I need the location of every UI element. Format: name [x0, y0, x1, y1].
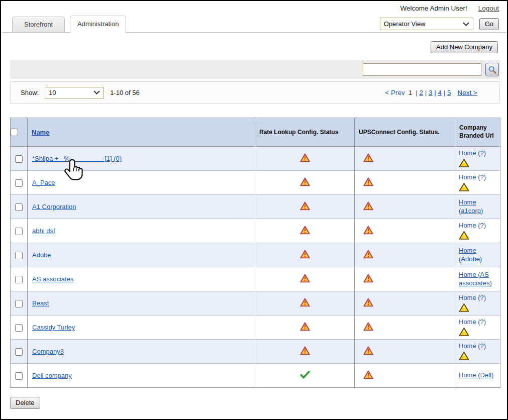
warning-triangle-icon — [363, 226, 373, 235]
yellow-warning-triangle-icon — [459, 327, 496, 337]
company-name-link[interactable]: *Shilpa + % - [1] (0) — [32, 155, 122, 162]
view-select[interactable]: Operator View — [380, 18, 473, 30]
next-page-link[interactable]: Next > — [458, 89, 477, 96]
warning-triangle-icon — [300, 274, 310, 283]
yellow-warning-triangle-icon — [459, 158, 496, 168]
company-name-link[interactable]: A_Pace — [32, 179, 55, 186]
table-row: *Shilpa + % - [1] (0)Home (?) — [11, 147, 500, 171]
pagination-separator: | — [423, 89, 429, 96]
company-name-link[interactable]: Cassidy Turley — [32, 324, 75, 331]
success-check-icon — [300, 371, 310, 379]
warning-triangle-icon — [300, 322, 310, 331]
row-checkbox[interactable] — [15, 300, 23, 307]
logout-link[interactable]: Logout — [478, 5, 499, 12]
branded-url-text: Home (?) — [459, 294, 486, 301]
company-name-link[interactable]: Beast — [32, 299, 49, 307]
company-name-link[interactable]: Dell company — [32, 372, 72, 379]
company-name-link[interactable]: Company3 — [32, 348, 64, 355]
sort-by-name-link[interactable]: Name — [32, 129, 49, 136]
table-row: A_PaceHome (?) — [11, 171, 500, 195]
branded-url-link[interactable]: Home (a1corp) — [459, 198, 483, 215]
page-link[interactable]: 3 — [429, 89, 433, 96]
warning-triangle-icon — [363, 250, 373, 259]
warning-triangle-icon — [300, 250, 310, 259]
warning-triangle-icon — [300, 298, 310, 307]
page-link[interactable]: 2 — [419, 89, 423, 96]
branded-url-text: Home (?) — [459, 342, 486, 350]
row-checkbox[interactable] — [15, 228, 23, 235]
search-bar — [10, 60, 500, 79]
pagination-separator: | — [442, 89, 447, 96]
warning-triangle-icon — [300, 226, 310, 235]
page-link[interactable]: 5 — [447, 89, 451, 96]
row-checkbox[interactable] — [15, 203, 23, 211]
company-name-link[interactable]: AS associates — [32, 275, 73, 283]
warning-triangle-icon — [363, 346, 373, 355]
warning-triangle-icon — [363, 153, 373, 162]
yellow-warning-triangle-icon — [459, 351, 496, 361]
page-size-select[interactable]: 10 — [45, 87, 104, 98]
current-page: 1 — [409, 89, 413, 96]
row-checkbox[interactable] — [15, 155, 23, 163]
table-row: AS associatesHome (AS associates) — [11, 267, 500, 291]
go-button[interactable]: Go — [479, 18, 499, 30]
table-row: Company3Home (?) — [11, 340, 500, 364]
branded-url-text: Home (?) — [459, 149, 486, 157]
row-checkbox[interactable] — [15, 324, 23, 332]
company-name-link[interactable]: A1 Corporation — [32, 203, 76, 211]
warning-triangle-icon — [300, 346, 310, 355]
branded-url-text: Home (?) — [459, 222, 486, 229]
search-input[interactable] — [363, 63, 481, 76]
warning-triangle-icon — [363, 201, 373, 211]
view-switcher: Operator View Go — [380, 18, 499, 30]
warning-triangle-icon — [300, 153, 310, 162]
company-name-link[interactable]: Adobe — [32, 251, 51, 259]
row-checkbox[interactable] — [15, 348, 23, 356]
company-table-body: *Shilpa + % - [1] (0)Home (?)A_PaceHome … — [11, 147, 500, 388]
yellow-warning-triangle-icon — [459, 231, 496, 240]
welcome-text: Welcome Admin User! — [400, 5, 467, 12]
row-checkbox[interactable] — [15, 252, 23, 259]
row-checkbox[interactable] — [15, 179, 23, 187]
view-select-wrap: Operator View — [380, 18, 473, 30]
prev-page-link: < Prev — [385, 89, 404, 96]
rate-lookup-column-header: Rate Lookup Config. Status — [255, 118, 355, 147]
range-text: 1-10 of 56 — [110, 89, 140, 96]
branded-url-link[interactable]: Home (Adobe) — [459, 247, 482, 263]
warning-triangle-icon — [363, 322, 373, 331]
select-all-checkbox[interactable] — [11, 129, 18, 136]
upsconnect-column-header: UPSConnect Config. Status. — [355, 118, 455, 147]
welcome-bar: Welcome Admin User! Logout — [400, 5, 499, 12]
tab-administration[interactable]: Administration — [70, 16, 126, 33]
table-row: BeastHome (?) — [11, 291, 500, 316]
add-new-company-button[interactable]: Add New Company — [431, 41, 498, 53]
pagination-separator: | — [433, 89, 438, 96]
tab-storefront[interactable]: Storefront — [12, 17, 65, 32]
company-table: Name Rate Lookup Config. Status UPSConne… — [10, 118, 500, 388]
table-row: Dell companyHome (Dell) — [11, 364, 500, 388]
pagination: < Prev 1 | 2 | 3 | 4 | 5 Next > — [385, 89, 477, 96]
row-checkbox[interactable] — [15, 372, 23, 380]
warning-triangle-icon — [363, 298, 373, 307]
magnifying-glass-icon — [488, 65, 497, 74]
yellow-warning-triangle-icon — [459, 182, 496, 192]
company-name-link[interactable]: abhi dsf — [32, 227, 55, 235]
show-label: Show: — [21, 89, 39, 96]
page-size-select-wrap: 10 — [45, 87, 104, 98]
delete-button[interactable]: Delete — [10, 397, 40, 409]
admin-page: Welcome Admin User! Logout Operator View… — [0, 0, 508, 420]
table-row: abhi dsfHome (?) — [11, 219, 500, 243]
warning-triangle-icon — [363, 177, 373, 186]
table-row: Cassidy TurleyHome (?) — [11, 316, 500, 340]
warning-triangle-icon — [363, 274, 373, 283]
warning-triangle-icon — [300, 201, 310, 211]
branded-url-link[interactable]: Home (Dell) — [459, 371, 493, 379]
page-link[interactable]: 4 — [438, 89, 442, 96]
yellow-warning-triangle-icon — [459, 303, 496, 312]
warning-triangle-icon — [300, 177, 310, 186]
tab-bar: Storefront Administration — [12, 16, 126, 32]
row-checkbox[interactable] — [15, 276, 23, 283]
search-button[interactable] — [485, 63, 499, 76]
page-size-controls: Show: 10 1-10 of 56 — [21, 87, 140, 98]
branded-url-link[interactable]: Home (AS associates) — [459, 271, 492, 287]
